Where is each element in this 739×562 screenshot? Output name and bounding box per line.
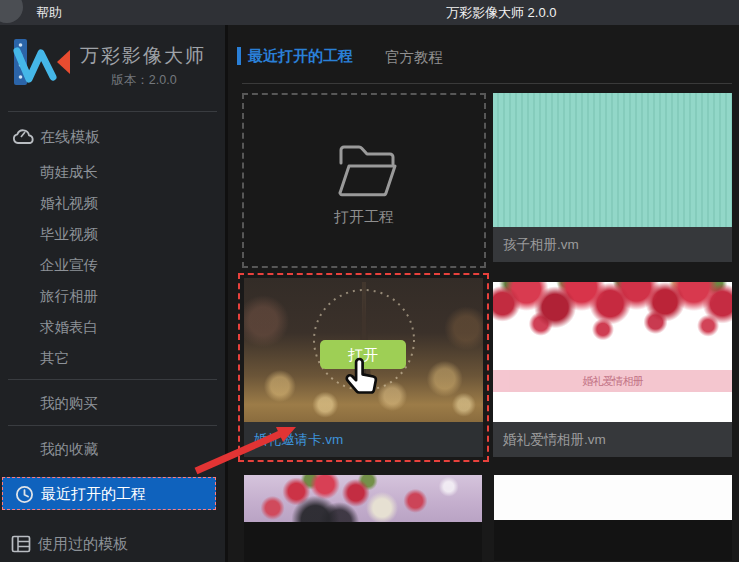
active-tab-marker xyxy=(237,47,241,65)
sidebar-item-category[interactable]: 婚礼视频 xyxy=(0,188,225,219)
clock-icon xyxy=(15,485,34,504)
window-title: 万彩影像大师 2.0.0 xyxy=(446,0,557,25)
sidebar-item-category[interactable]: 求婚表白 xyxy=(0,312,225,343)
tab-official-tutorials[interactable]: 官方教程 xyxy=(385,48,443,67)
sidebar-item-category[interactable]: 毕业视频 xyxy=(0,219,225,250)
sidebar-item-online-templates[interactable]: 在线模板 xyxy=(0,121,225,152)
thumbnail-banner-text: 婚礼爱情相册 xyxy=(493,370,732,392)
app-name: 万彩影像大师 xyxy=(80,43,206,69)
project-thumbnail xyxy=(494,475,732,520)
sidebar-item-category[interactable]: 其它 xyxy=(0,343,225,374)
sidebar-item-label: 最近打开的工程 xyxy=(41,478,146,509)
sidebar: 万彩影像大师 版本：2.0.0 在线模板 萌娃成长 婚礼视频 毕业视频 企业宣传… xyxy=(0,25,228,562)
divider xyxy=(8,111,217,112)
tab-recent-projects[interactable]: 最近打开的工程 xyxy=(248,47,353,66)
category-label: 旅行相册 xyxy=(40,281,98,312)
roses-graphic xyxy=(493,282,732,368)
sidebar-item-my-favorites[interactable]: 我的收藏 xyxy=(0,434,225,465)
help-menu[interactable]: 帮助 xyxy=(30,0,68,25)
sidebar-item-category[interactable]: 企业宣传 xyxy=(0,250,225,281)
category-label: 其它 xyxy=(40,343,69,374)
divider xyxy=(8,379,217,380)
open-project-card[interactable]: 打开工程 xyxy=(242,93,486,268)
app-window: 帮助 万彩影像大师 2.0.0 万彩影像大师 版本：2.0.0 在线模板 萌娃成… xyxy=(0,0,739,562)
divider xyxy=(8,425,217,426)
project-filename: 孩子相册.vm xyxy=(493,227,732,262)
project-filename: 婚礼邀请卡.vm xyxy=(244,422,483,457)
app-menu-icon[interactable] xyxy=(0,0,23,23)
project-card-wedding-love-album[interactable]: 婚礼爱情相册 婚礼爱情相册.vm xyxy=(493,282,732,457)
caption-clipped xyxy=(494,520,732,561)
sidebar-item-category[interactable]: 旅行相册 xyxy=(0,281,225,312)
sidebar-item-recent-projects[interactable]: 最近打开的工程 xyxy=(2,477,216,510)
open-folder-icon xyxy=(328,139,404,201)
templates-icon xyxy=(11,535,31,553)
project-filename: 婚礼爱情相册.vm xyxy=(493,422,732,457)
sidebar-item-my-purchases[interactable]: 我的购买 xyxy=(0,388,225,419)
app-version: 版本：2.0.0 xyxy=(80,72,208,89)
main-content: 最近打开的工程 官方教程 打开工程 孩子相册.vm xyxy=(231,25,739,562)
project-card-child-album[interactable]: 孩子相册.vm xyxy=(493,93,732,262)
sidebar-item-label: 在线模板 xyxy=(40,121,100,152)
project-thumbnail: 打开 xyxy=(244,278,483,422)
project-thumbnail: 婚礼爱情相册 xyxy=(493,282,732,422)
sidebar-item-label: 使用过的模板 xyxy=(38,528,128,559)
app-logo-icon xyxy=(12,37,74,89)
project-thumbnail xyxy=(493,93,732,227)
hand-cursor-icon xyxy=(340,354,386,400)
category-label: 毕业视频 xyxy=(40,219,98,250)
project-card-partial-left[interactable] xyxy=(244,475,482,562)
open-project-label: 打开工程 xyxy=(244,208,484,227)
category-label: 求婚表白 xyxy=(40,312,98,343)
selected-card-highlight: 打开 婚礼邀请卡.vm xyxy=(238,273,489,462)
category-label: 企业宣传 xyxy=(40,250,98,281)
item-label: 我的购买 xyxy=(40,388,98,419)
caption-clipped xyxy=(244,522,482,562)
cloud-icon xyxy=(12,128,36,145)
project-thumbnail xyxy=(244,475,482,522)
sidebar-item-category[interactable]: 萌娃成长 xyxy=(0,157,225,188)
item-label: 我的收藏 xyxy=(40,434,98,465)
divider xyxy=(242,83,732,84)
category-label: 萌娃成长 xyxy=(40,157,98,188)
category-label: 婚礼视频 xyxy=(40,188,98,219)
title-bar: 帮助 万彩影像大师 2.0.0 xyxy=(0,0,739,25)
project-card-partial-right[interactable] xyxy=(494,475,732,562)
sidebar-item-used-templates[interactable]: 使用过的模板 xyxy=(0,528,225,559)
project-card-wedding-invitation[interactable]: 打开 婚礼邀请卡.vm xyxy=(244,278,483,457)
